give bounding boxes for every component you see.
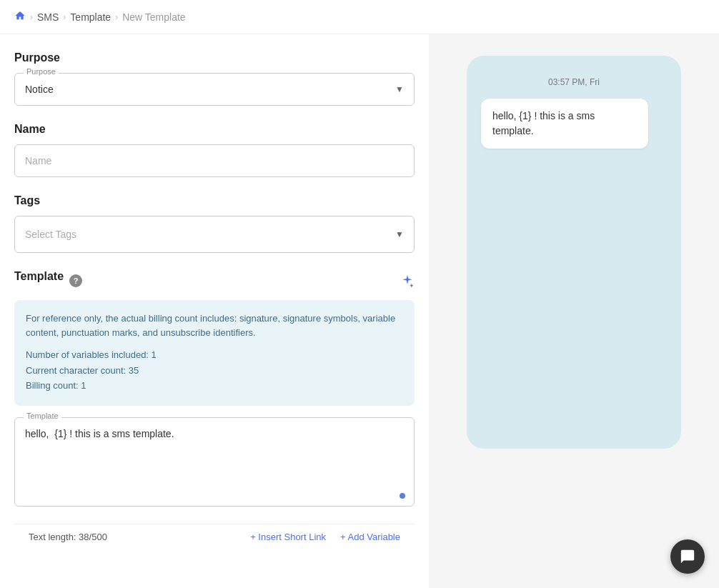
tags-select-wrapper[interactable]: Select Tags ▼ [14,216,415,253]
footer-bar: Text length: 38/500 + Insert Short Link … [14,524,415,549]
template-help-icon[interactable]: ? [69,274,82,287]
template-info-box: For reference only, the actual billing c… [14,300,415,406]
footer-actions: + Insert Short Link + Add Variable [250,532,400,542]
breadcrumb-sms[interactable]: SMS [37,11,59,23]
stat-billing-count: Billing count: 1 [26,379,403,393]
info-text: For reference only, the actual billing c… [26,312,403,339]
purpose-section-label: Purpose [14,51,415,64]
text-length: Text length: 38/500 [29,532,107,542]
home-icon [14,10,26,24]
breadcrumb-home[interactable] [14,10,26,24]
preview-panel: 03:57 PM, Fri hello, {1} ! this is a sms… [429,34,719,588]
message-text: hello, {1} ! this is a sms template. [492,110,595,136]
textarea-resize-dot [400,493,405,499]
template-header: Template ? [14,270,415,291]
info-stats: Number of variables included: 1 Current … [26,348,403,393]
template-section-label: Template [14,270,64,283]
breadcrumb-sep-1: › [30,12,33,22]
message-time: 03:57 PM, Fri [481,77,667,87]
breadcrumb-sep-2: › [63,12,66,22]
breadcrumb: › SMS › Template › New Template [0,0,719,34]
insert-short-link-button[interactable]: + Insert Short Link [250,532,326,542]
template-area-wrapper: Template hello, {1} ! this is a sms temp… [14,417,415,507]
breadcrumb-sep-3: › [115,12,118,22]
stat-variables: Number of variables included: 1 [26,348,403,362]
purpose-field: Purpose Notice Promotion Reminder Alert … [14,73,415,106]
breadcrumb-new-template: New Template [122,11,185,23]
purpose-select[interactable]: Notice Promotion Reminder Alert [15,74,414,105]
breadcrumb-template[interactable]: Template [70,11,111,23]
template-textarea[interactable]: hello, {1} ! this is a sms template. [15,418,414,504]
message-bubble: hello, {1} ! this is a sms template. [481,99,648,149]
purpose-field-label: Purpose [24,67,59,76]
form-panel: Purpose Purpose Notice Promotion Reminde… [0,34,429,588]
stat-char-count: Current character count: 35 [26,364,403,378]
name-field [14,144,415,177]
phone-mockup: 03:57 PM, Fri hello, {1} ! this is a sms… [467,56,681,449]
tags-section-label: Tags [14,194,415,207]
template-group: Template ? For reference only, the actua… [14,270,415,507]
tags-select-inner[interactable]: Select Tags [15,216,414,252]
ai-icon-button[interactable] [400,274,415,288]
name-group: Name [14,123,415,177]
add-variable-button[interactable]: + Add Variable [340,532,400,542]
name-section-label: Name [14,123,415,136]
name-input[interactable] [15,145,414,176]
template-header-left: Template ? [14,270,82,291]
purpose-group: Purpose Purpose Notice Promotion Reminde… [14,51,415,106]
tags-group: Tags Select Tags ▼ [14,194,415,253]
template-area-label: Template [24,412,61,420]
tags-placeholder: Select Tags [25,229,76,240]
chat-fab-button[interactable] [670,539,705,574]
